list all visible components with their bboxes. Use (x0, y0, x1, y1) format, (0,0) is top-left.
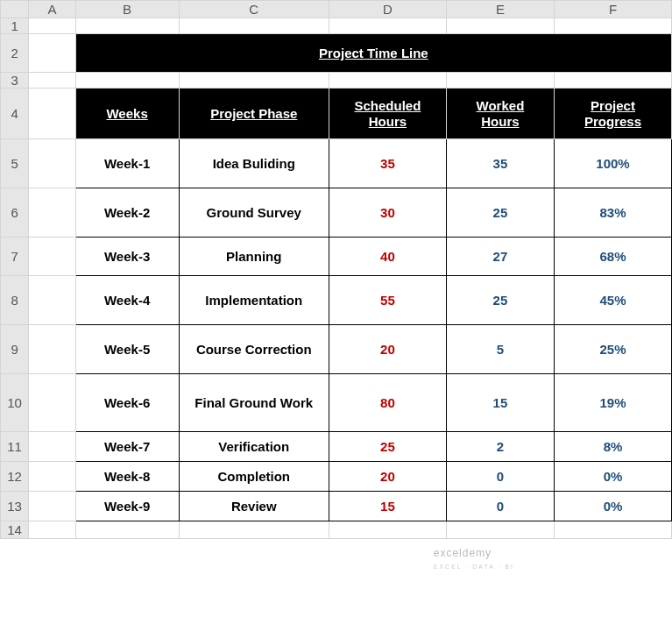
cell[interactable] (446, 18, 554, 34)
row-header-3[interactable]: 3 (1, 73, 29, 89)
cell-progress[interactable]: 0% (555, 462, 672, 492)
th-progress[interactable]: ProjectProgress (555, 89, 672, 139)
cell-progress[interactable]: 25% (555, 325, 672, 374)
cell[interactable] (29, 521, 76, 539)
row-header-4[interactable]: 4 (1, 89, 29, 139)
cell-worked[interactable]: 5 (446, 325, 554, 374)
row-header-7[interactable]: 7 (1, 238, 29, 276)
cell[interactable] (29, 18, 76, 34)
cell[interactable] (29, 188, 76, 238)
cell[interactable] (329, 521, 446, 539)
cell-week[interactable]: Week-3 (75, 238, 179, 276)
th-scheduled[interactable]: ScheduledHours (329, 89, 446, 139)
cell[interactable] (446, 521, 554, 539)
cell-progress[interactable]: 68% (555, 238, 672, 276)
cell[interactable] (29, 238, 76, 276)
cell-scheduled[interactable]: 30 (329, 188, 446, 238)
cell[interactable] (29, 374, 76, 432)
row-header-13[interactable]: 13 (1, 492, 29, 521)
cell[interactable] (75, 73, 179, 89)
cell-progress[interactable]: 100% (555, 139, 672, 188)
cell-scheduled[interactable]: 25 (329, 432, 446, 462)
cell-worked[interactable]: 0 (446, 462, 554, 492)
cell[interactable] (29, 432, 76, 462)
row-header-8[interactable]: 8 (1, 276, 29, 325)
cell-phase[interactable]: Review (179, 492, 329, 521)
spreadsheet-grid[interactable]: A B C D E F 1 2 Project Time Line 3 4 We… (0, 0, 672, 539)
cell-phase[interactable]: Planning (179, 238, 329, 276)
cell[interactable] (555, 18, 672, 34)
cell-phase[interactable]: Completion (179, 462, 329, 492)
cell-worked[interactable]: 15 (446, 374, 554, 432)
cell-scheduled[interactable]: 15 (329, 492, 446, 521)
cell-progress[interactable]: 8% (555, 432, 672, 462)
row-header-14[interactable]: 14 (1, 521, 29, 539)
cell[interactable] (555, 73, 672, 89)
col-header-d[interactable]: D (329, 1, 446, 18)
cell-worked[interactable]: 2 (446, 432, 554, 462)
cell-scheduled[interactable]: 55 (329, 276, 446, 325)
cell-scheduled[interactable]: 80 (329, 374, 446, 432)
cell-phase[interactable]: Ground Survey (179, 188, 329, 238)
row-header-9[interactable]: 9 (1, 325, 29, 374)
cell-week[interactable]: Week-1 (75, 139, 179, 188)
cell-progress[interactable]: 45% (555, 276, 672, 325)
cell[interactable] (329, 18, 446, 34)
row-header-12[interactable]: 12 (1, 462, 29, 492)
cell-week[interactable]: Week-6 (75, 374, 179, 432)
cell[interactable] (179, 521, 329, 539)
cell[interactable] (29, 34, 76, 73)
cell-worked[interactable]: 25 (446, 188, 554, 238)
cell-week[interactable]: Week-9 (75, 492, 179, 521)
cell[interactable] (329, 73, 446, 89)
cell-week[interactable]: Week-7 (75, 432, 179, 462)
col-header-e[interactable]: E (446, 1, 554, 18)
cell-week[interactable]: Week-5 (75, 325, 179, 374)
cell-worked[interactable]: 0 (446, 492, 554, 521)
cell-phase[interactable]: Implementation (179, 276, 329, 325)
cell-progress[interactable]: 19% (555, 374, 672, 432)
cell[interactable] (29, 492, 76, 521)
th-worked[interactable]: WorkedHours (446, 89, 554, 139)
th-phase[interactable]: Project Phase (179, 89, 329, 139)
cell-worked[interactable]: 25 (446, 276, 554, 325)
cell[interactable] (29, 89, 76, 139)
col-header-a[interactable]: A (29, 1, 76, 18)
cell-week[interactable]: Week-2 (75, 188, 179, 238)
cell-scheduled[interactable]: 20 (329, 462, 446, 492)
cell-scheduled[interactable]: 20 (329, 325, 446, 374)
cell-scheduled[interactable]: 40 (329, 238, 446, 276)
row-header-6[interactable]: 6 (1, 188, 29, 238)
cell-phase[interactable]: Final Ground Work (179, 374, 329, 432)
cell[interactable] (179, 18, 329, 34)
cell-worked[interactable]: 27 (446, 238, 554, 276)
cell-week[interactable]: Week-4 (75, 276, 179, 325)
cell[interactable] (29, 73, 76, 89)
corner-cell[interactable] (1, 1, 29, 18)
col-header-f[interactable]: F (555, 1, 672, 18)
page-title[interactable]: Project Time Line (75, 34, 671, 73)
row-header-10[interactable]: 10 (1, 374, 29, 432)
th-weeks[interactable]: Weeks (75, 89, 179, 139)
cell-phase[interactable]: Course Correction (179, 325, 329, 374)
cell[interactable] (29, 462, 76, 492)
col-header-c[interactable]: C (179, 1, 329, 18)
row-header-1[interactable]: 1 (1, 18, 29, 34)
cell[interactable] (446, 73, 554, 89)
cell-scheduled[interactable]: 35 (329, 139, 446, 188)
cell[interactable] (29, 325, 76, 374)
cell[interactable] (29, 276, 76, 325)
cell-progress[interactable]: 0% (555, 492, 672, 521)
cell-phase[interactable]: Verification (179, 432, 329, 462)
cell[interactable] (555, 521, 672, 539)
cell-progress[interactable]: 83% (555, 188, 672, 238)
row-header-11[interactable]: 11 (1, 432, 29, 462)
row-header-2[interactable]: 2 (1, 34, 29, 73)
cell-worked[interactable]: 35 (446, 139, 554, 188)
cell[interactable] (75, 18, 179, 34)
row-header-5[interactable]: 5 (1, 139, 29, 188)
cell-week[interactable]: Week-8 (75, 462, 179, 492)
cell[interactable] (179, 73, 329, 89)
cell[interactable] (29, 139, 76, 188)
cell[interactable] (75, 521, 179, 539)
